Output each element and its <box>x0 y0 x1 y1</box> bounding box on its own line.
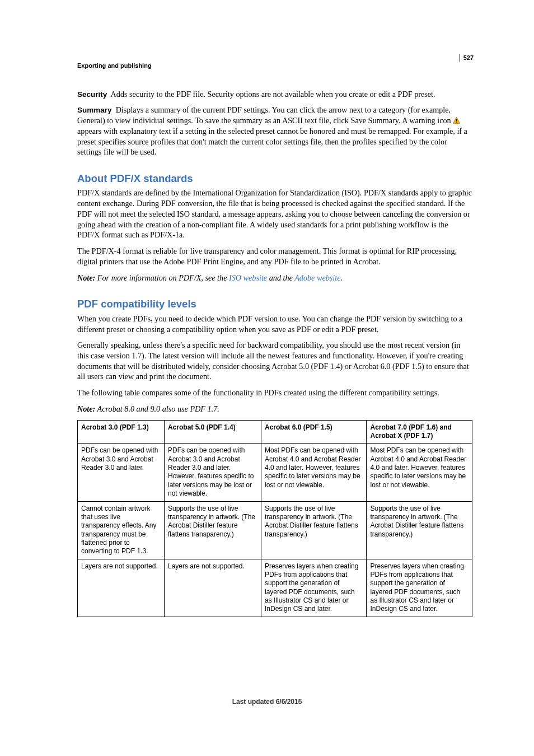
table-row: PDFs can be opened with Acrobat 3.0 and … <box>78 444 472 501</box>
compat-note: Note: Acrobat 8.0 and 9.0 also use PDF 1… <box>77 404 472 414</box>
page-number: 527 <box>460 54 474 62</box>
note-label: Note: <box>77 273 95 282</box>
table-cell: Most PDFs can be opened with Acrobat 4.0… <box>261 444 367 501</box>
table-cell: Supports the use of live transparency in… <box>261 501 367 559</box>
svg-rect-1 <box>456 119 457 121</box>
note-label: Note: <box>77 404 95 413</box>
iso-website-link[interactable]: ISO website <box>229 273 267 282</box>
warning-icon <box>453 116 460 123</box>
table-cell: PDFs can be opened with Acrobat 3.0 and … <box>78 444 165 501</box>
table-cell: Layers are not supported. <box>78 559 165 617</box>
table-cell: PDFs can be opened with Acrobat 3.0 and … <box>164 444 261 501</box>
table-cell: Cannot contain artwork that uses live tr… <box>78 501 165 559</box>
table-cell: Layers are not supported. <box>164 559 261 617</box>
pdfx-p1: PDF/X standards are defined by the Inter… <box>77 188 472 240</box>
summary-text-before: Displays a summary of the current PDF se… <box>77 105 453 125</box>
table-header: Acrobat 3.0 (PDF 1.3) <box>78 420 165 444</box>
note-mid: and the <box>267 273 294 282</box>
security-label: Security <box>77 90 107 99</box>
table-header: Acrobat 5.0 (PDF 1.4) <box>164 420 261 444</box>
heading-pdfx: About PDF/X standards <box>77 172 472 185</box>
svg-rect-2 <box>456 122 457 122</box>
summary-text-after: appears with explanatory text if a setti… <box>77 127 467 156</box>
table-row: Cannot contain artwork that uses live tr… <box>78 501 472 559</box>
table-row: Layers are not supported. Layers are not… <box>78 559 472 617</box>
footer-last-updated: Last updated 6/6/2015 <box>0 698 534 707</box>
table-cell: Most PDFs can be opened with Acrobat 4.0… <box>367 444 472 501</box>
breadcrumb: Exporting and publishing <box>77 62 472 70</box>
compat-p1: When you create PDFs, you need to decide… <box>77 314 472 334</box>
note-suffix: . <box>341 273 343 282</box>
adobe-website-link[interactable]: Adobe website <box>294 273 340 282</box>
heading-compat: PDF compatibility levels <box>77 297 472 311</box>
note-prefix: For more information on PDF/X, see the <box>95 273 229 282</box>
compat-p3: The following table compares some of the… <box>77 388 472 398</box>
table-header-row: Acrobat 3.0 (PDF 1.3) Acrobat 5.0 (PDF 1… <box>78 420 472 444</box>
pdfx-p2: The PDF/X-4 format is reliable for live … <box>77 246 472 267</box>
security-paragraph: Security Adds security to the PDF file. … <box>77 89 472 100</box>
table-cell: Supports the use of live transparency in… <box>164 501 261 559</box>
table-cell: Supports the use of live transparency in… <box>367 501 472 559</box>
compat-p2: Generally speaking, unless there's a spe… <box>77 340 472 382</box>
table-header: Acrobat 6.0 (PDF 1.5) <box>261 420 367 444</box>
summary-label: Summary <box>77 106 112 114</box>
summary-paragraph: Summary Displays a summary of the curren… <box>77 105 472 157</box>
note-text: Acrobat 8.0 and 9.0 also use PDF 1.7. <box>95 404 219 413</box>
pdfx-note: Note: For more information on PDF/X, see… <box>77 273 472 283</box>
compatibility-table: Acrobat 3.0 (PDF 1.3) Acrobat 5.0 (PDF 1… <box>77 420 472 617</box>
table-cell: Preserves layers when creating PDFs from… <box>367 559 472 617</box>
table-header: Acrobat 7.0 (PDF 1.6) and Acrobat X (PDF… <box>367 420 472 444</box>
security-text: Adds security to the PDF file. Security … <box>111 90 435 99</box>
table-cell: Preserves layers when creating PDFs from… <box>261 559 367 617</box>
